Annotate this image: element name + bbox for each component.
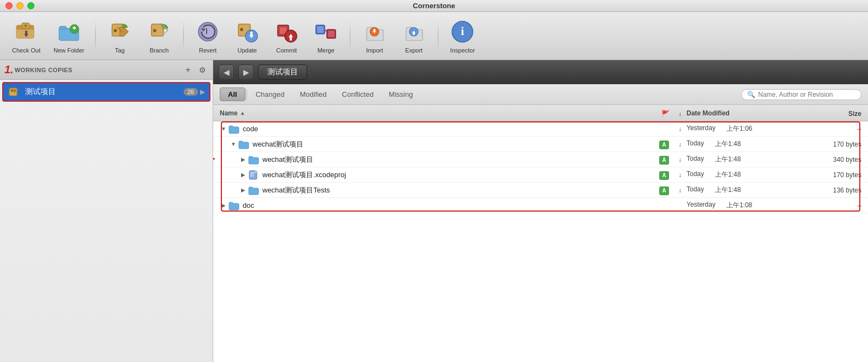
branch-label: Branch: [150, 47, 169, 54]
search-input[interactable]: [758, 91, 855, 98]
update-button[interactable]: Update: [228, 16, 266, 56]
file-name: wechat测试项目Tests: [262, 185, 657, 195]
expand-arrow-icon[interactable]: ▶: [239, 156, 247, 164]
size-cell: 170 bytes: [796, 171, 861, 179]
folder-icon: [228, 200, 239, 211]
import-icon: [361, 19, 388, 45]
close-button[interactable]: [5, 2, 13, 9]
size-cell: 170 bytes: [796, 141, 861, 148]
tag-icon: [107, 19, 133, 45]
expand-arrow-icon[interactable]: ▼: [230, 141, 237, 148]
import-button[interactable]: Import: [356, 16, 393, 56]
filter-tab-modified[interactable]: Modified: [292, 88, 334, 101]
svg-rect-49: [250, 172, 255, 173]
badge-a: A: [659, 171, 669, 180]
checkout-icon: [13, 19, 39, 45]
file-name: wechat测试项目: [253, 139, 657, 149]
file-row[interactable]: ▶ wechat测试项目 A ↓ Today 上午1:48 340 byt: [213, 152, 868, 167]
tag-label: Tag: [115, 47, 125, 54]
commit-icon: [273, 19, 300, 45]
nav-bar: ◀ ▶ 测试项目: [213, 60, 868, 84]
size-cell: --: [796, 202, 861, 209]
sort-arrow-icon: ▲: [240, 110, 245, 116]
filter-tab-conflicted[interactable]: Conflicted: [335, 88, 382, 101]
svg-rect-24: [250, 32, 253, 36]
commit-button[interactable]: Commit: [268, 16, 305, 56]
filter-sep: [247, 89, 247, 100]
file-row[interactable]: ▶ wechat测试项目Tests A ↓ Today 上午1:48 13: [213, 183, 868, 198]
file-row[interactable]: ▼ wechat测试项目 A ↓ Today 上午1:48 170 byt: [213, 137, 868, 152]
branch-button[interactable]: Branch: [140, 16, 178, 56]
new-folder-button[interactable]: New Folder: [48, 16, 90, 56]
search-box[interactable]: 🔍: [741, 89, 861, 100]
dl-cell: ↓: [673, 141, 687, 148]
svg-point-4: [25, 25, 27, 27]
size-cell: 340 bytes: [796, 156, 861, 164]
expand-arrow-icon[interactable]: ▼: [220, 125, 227, 133]
sidebar-settings-button[interactable]: ⚙: [196, 64, 208, 76]
filter-tab-changed[interactable]: Changed: [248, 88, 292, 101]
file-row[interactable]: ▶ doc Yesterday 上午1:08 --: [213, 198, 868, 213]
size-cell: --: [796, 125, 861, 133]
sidebar-project-name: 测试项目: [25, 87, 184, 97]
svg-point-11: [114, 29, 117, 32]
date-cell: Today 上午1:48: [687, 185, 796, 195]
svg-point-14: [153, 29, 156, 32]
title-bar: Cornerstone: [0, 0, 868, 12]
window-controls: [5, 2, 34, 9]
badge-a: A: [659, 186, 669, 195]
dl-arrow-icon: ↓: [678, 186, 682, 194]
expand-arrow-icon[interactable]: ▶: [239, 171, 247, 179]
file-row[interactable]: ▶ wechat测试项目.xcodeproj A ↓: [213, 167, 868, 183]
sidebar-header: 1. WORKING COPIES + ⚙: [0, 60, 213, 80]
col-header-date[interactable]: Date Modified: [687, 109, 796, 117]
col-header-size[interactable]: Size: [796, 108, 861, 118]
checkout-button[interactable]: Check Out: [7, 16, 46, 56]
date-cell: Yesterday 上午1:08: [687, 201, 796, 210]
date-cell: Today 上午1:48: [687, 155, 796, 164]
merge-button[interactable]: Merge: [307, 16, 344, 56]
flag-cell: A: [657, 154, 673, 165]
svg-rect-29: [290, 36, 292, 40]
back-icon: ◀: [224, 68, 230, 77]
nav-title: 测试项目: [258, 65, 307, 80]
flag-cell: A: [657, 170, 673, 180]
svg-point-45: [11, 90, 13, 92]
filter-tab-missing[interactable]: Missing: [381, 88, 420, 101]
maximize-button[interactable]: [27, 2, 34, 9]
dl-cell: ↓: [673, 125, 687, 133]
right-content: ◀ ▶ 测试项目 All Changed Modified Conflicted: [213, 60, 868, 362]
nav-forward-button[interactable]: ▶: [238, 65, 254, 80]
inspector-button[interactable]: i Inspector: [444, 16, 481, 56]
toolbar-sep-3: [350, 20, 350, 52]
tag-button[interactable]: Tag: [101, 16, 138, 56]
dl-arrow-icon: ↓: [678, 171, 682, 179]
step1-label: 1.: [4, 63, 14, 76]
export-button[interactable]: Export: [395, 16, 432, 56]
merge-icon: [313, 19, 339, 45]
add-working-copy-button[interactable]: +: [182, 64, 194, 76]
merge-label: Merge: [318, 47, 335, 54]
dl-arrow-icon: ↓: [678, 125, 682, 133]
file-name: wechat测试项目: [262, 155, 657, 165]
revert-button[interactable]: Revert: [189, 16, 226, 56]
expand-arrow-icon[interactable]: ▶: [239, 186, 247, 194]
nav-back-button[interactable]: ◀: [219, 65, 234, 80]
expand-arrow-icon[interactable]: ▶: [220, 202, 227, 209]
update-label: Update: [237, 47, 256, 54]
col-header-name[interactable]: Name ▲: [220, 109, 657, 117]
dl-cell: ↓: [673, 156, 687, 164]
svg-rect-6: [25, 31, 27, 35]
svg-rect-9: [74, 26, 75, 30]
col-header-dl: ↓: [673, 108, 687, 118]
file-row[interactable]: ▼ code ↓ Yesterday 上午1:06 --: [213, 121, 868, 137]
folder-icon: [248, 154, 259, 165]
filter-tab-all[interactable]: All: [220, 87, 245, 101]
checkout-label: Check Out: [12, 47, 40, 54]
new-folder-label: New Folder: [54, 47, 84, 54]
filter-bar: All Changed Modified Conflicted Missing …: [213, 84, 868, 105]
minimize-button[interactable]: [16, 2, 24, 9]
sidebar-item-test-project[interactable]: 测试项目 26 ▶: [2, 82, 210, 102]
badge-a: A: [659, 156, 669, 165]
flag-cell: A: [657, 139, 673, 149]
